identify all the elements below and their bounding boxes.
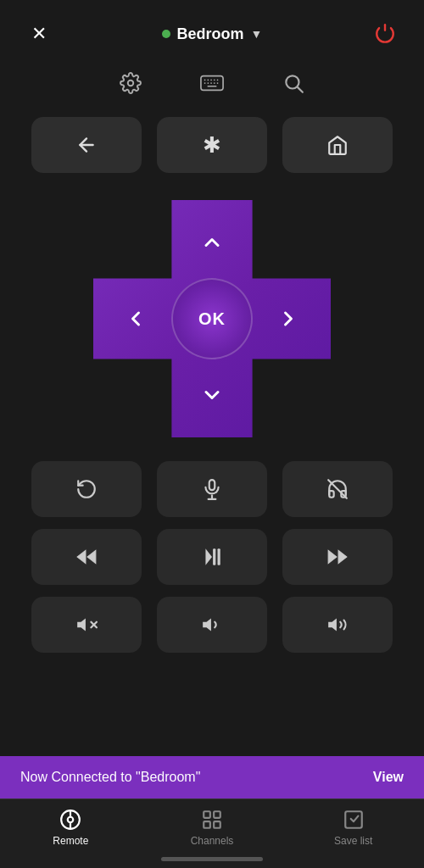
play-pause-button[interactable] bbox=[157, 529, 267, 585]
keyboard-button[interactable] bbox=[197, 68, 227, 98]
svg-marker-21 bbox=[87, 550, 96, 563]
device-status-dot bbox=[162, 30, 170, 38]
close-button[interactable]: ✕ bbox=[24, 19, 54, 49]
savelist-tab-icon bbox=[342, 808, 365, 832]
back-button[interactable] bbox=[31, 117, 142, 173]
device-selector[interactable]: Bedroom ▼ bbox=[162, 25, 263, 43]
rewind-button[interactable] bbox=[31, 529, 142, 585]
svg-rect-39 bbox=[214, 821, 220, 828]
svg-rect-24 bbox=[218, 548, 220, 565]
media-row-1 bbox=[31, 461, 393, 517]
search-button[interactable] bbox=[278, 68, 309, 98]
tab-remote[interactable]: Remote bbox=[28, 808, 113, 847]
svg-line-14 bbox=[298, 87, 303, 92]
navigation-row: ✱ bbox=[0, 114, 424, 192]
dpad-down-button[interactable] bbox=[178, 361, 246, 429]
channels-tab-icon bbox=[200, 808, 224, 832]
app-header: ✕ Bedroom ▼ bbox=[0, 0, 424, 61]
dpad-right-button[interactable] bbox=[254, 285, 322, 353]
home-button[interactable] bbox=[282, 117, 393, 173]
volume-up-button[interactable] bbox=[282, 597, 393, 653]
media-row-2 bbox=[31, 529, 393, 585]
home-indicator bbox=[161, 857, 263, 861]
headphone-mute-button[interactable] bbox=[282, 461, 393, 517]
svg-marker-25 bbox=[338, 550, 347, 563]
svg-rect-37 bbox=[214, 811, 220, 818]
dpad-container: OK bbox=[0, 192, 424, 461]
media-controls bbox=[0, 461, 424, 668]
settings-button[interactable] bbox=[115, 68, 146, 98]
dpad: OK bbox=[93, 200, 331, 437]
device-name: Bedroom bbox=[177, 25, 244, 43]
savelist-tab-label: Save list bbox=[334, 835, 372, 847]
svg-marker-26 bbox=[328, 550, 337, 563]
chevron-down-icon: ▼ bbox=[251, 27, 263, 41]
svg-rect-23 bbox=[213, 548, 215, 565]
mic-button[interactable] bbox=[157, 461, 267, 517]
svg-rect-40 bbox=[345, 811, 362, 828]
replay-button[interactable] bbox=[31, 461, 142, 517]
tab-channels[interactable]: Channels bbox=[170, 808, 254, 847]
svg-marker-27 bbox=[77, 618, 86, 631]
mute-button[interactable] bbox=[31, 597, 142, 653]
remote-tab-label: Remote bbox=[53, 835, 88, 847]
svg-rect-16 bbox=[209, 480, 215, 490]
ok-button[interactable]: OK bbox=[171, 278, 253, 359]
svg-marker-22 bbox=[205, 548, 212, 565]
tab-savelist[interactable]: Save list bbox=[311, 808, 396, 847]
svg-marker-30 bbox=[203, 618, 211, 631]
fast-forward-button[interactable] bbox=[282, 529, 393, 585]
dpad-left-button[interactable] bbox=[102, 285, 170, 353]
asterisk-icon: ✱ bbox=[203, 132, 221, 159]
toolbar-icons bbox=[0, 61, 424, 114]
svg-rect-36 bbox=[204, 811, 210, 818]
toast-message: Now Connected to "Bedroom" bbox=[20, 770, 200, 785]
power-button[interactable] bbox=[370, 19, 400, 49]
svg-marker-20 bbox=[77, 550, 86, 563]
media-row-3 bbox=[31, 597, 393, 653]
toast-notification: Now Connected to "Bedroom" View bbox=[0, 756, 424, 798]
dpad-up-button[interactable] bbox=[178, 209, 246, 276]
volume-down-button[interactable] bbox=[157, 597, 267, 653]
channels-tab-label: Channels bbox=[191, 835, 234, 847]
remote-tab-icon bbox=[59, 808, 82, 832]
svg-point-0 bbox=[128, 81, 134, 86]
toast-view-button[interactable]: View bbox=[373, 770, 404, 785]
svg-rect-38 bbox=[204, 821, 210, 828]
svg-marker-31 bbox=[328, 618, 337, 631]
star-button[interactable]: ✱ bbox=[157, 117, 267, 173]
